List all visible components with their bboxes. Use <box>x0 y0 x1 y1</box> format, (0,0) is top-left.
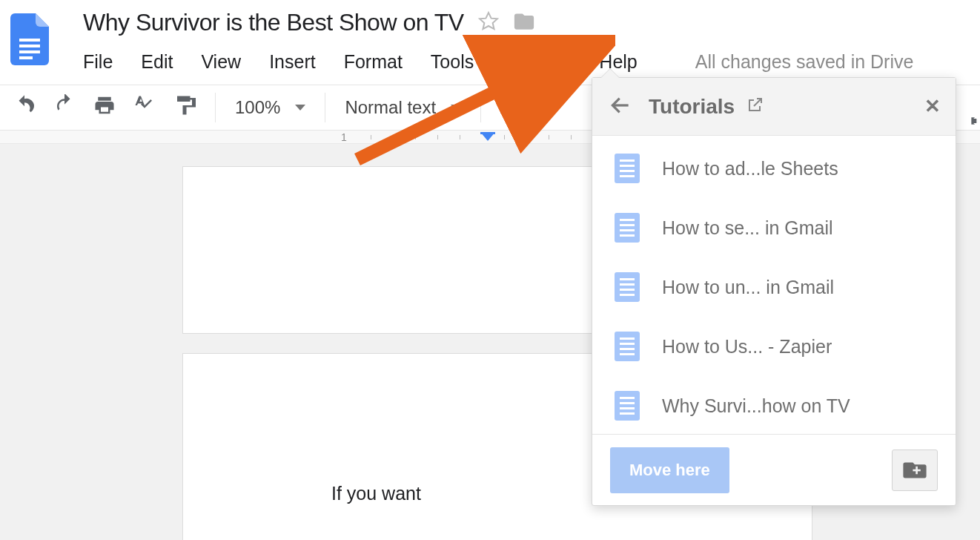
file-name: Why Survi...how on TV <box>662 395 850 417</box>
docs-app-icon[interactable] <box>10 13 49 65</box>
popover-folder-title: Tutorials <box>649 95 764 119</box>
popover-file-list: How to ad...le Sheets How to se... in Gm… <box>592 136 956 434</box>
titlebar: Why Survivor is the Best Show on TV File… <box>0 0 980 73</box>
spellcheck-icon[interactable] <box>133 94 156 121</box>
style-value: Normal text <box>345 97 436 118</box>
font-dropdown[interactable]: Arial <box>500 97 536 118</box>
menu-addons[interactable]: Add-ons <box>502 51 571 73</box>
doc-file-icon <box>615 332 640 361</box>
toolbar-separator <box>325 93 325 122</box>
save-status: All changes saved in Drive <box>695 51 914 73</box>
list-item[interactable]: How to un... in Gmail <box>592 257 956 317</box>
new-folder-button[interactable] <box>892 450 938 491</box>
redo-icon[interactable] <box>53 94 76 121</box>
menubar: File Edit View Insert Format Tools Add-o… <box>83 51 980 73</box>
move-to-popover: Tutorials ✕ How to ad...le Sheets How to… <box>592 77 956 506</box>
paint-format-icon[interactable] <box>173 94 196 121</box>
font-value: Arial <box>500 97 536 118</box>
menu-insert[interactable]: Insert <box>269 51 316 73</box>
popover-caret <box>601 69 619 78</box>
doc-file-icon <box>615 272 640 302</box>
chevron-down-icon <box>451 105 461 111</box>
file-name: How to ad...le Sheets <box>662 158 838 180</box>
document-title[interactable]: Why Survivor is the Best Show on TV <box>83 9 464 36</box>
toolbar-overflow-icon[interactable] <box>970 114 980 128</box>
zoom-value: 100% <box>235 97 280 118</box>
svg-rect-1 <box>19 45 40 47</box>
star-icon[interactable] <box>477 10 500 36</box>
file-name: How to Us... - Zapier <box>662 336 832 358</box>
folder-name-label: Tutorials <box>649 95 735 119</box>
title-row: Why Survivor is the Best Show on TV <box>83 9 980 36</box>
move-here-button[interactable]: Move here <box>610 447 729 493</box>
svg-rect-0 <box>19 39 40 42</box>
svg-rect-2 <box>19 50 40 53</box>
file-name: How to se... in Gmail <box>662 217 833 239</box>
doc-file-icon <box>615 213 640 243</box>
toolbar-history-group <box>13 94 196 121</box>
back-icon[interactable] <box>609 93 632 120</box>
open-in-new-icon[interactable] <box>746 95 764 119</box>
svg-rect-3 <box>19 56 33 59</box>
doc-file-icon <box>615 154 640 183</box>
document-body-text: If you want <box>331 483 421 504</box>
menu-view[interactable]: View <box>201 51 241 73</box>
list-item[interactable]: Why Survi...how on TV <box>592 376 956 435</box>
toolbar-separator <box>215 93 216 122</box>
close-icon[interactable]: ✕ <box>924 95 941 118</box>
popover-footer: Move here <box>592 434 956 505</box>
list-item[interactable]: How to ad...le Sheets <box>592 139 956 198</box>
paragraph-style-dropdown[interactable]: Normal text <box>345 97 461 118</box>
undo-icon[interactable] <box>13 94 36 121</box>
file-name: How to un... in Gmail <box>662 277 834 298</box>
chevron-down-icon <box>295 105 305 111</box>
svg-rect-4 <box>480 132 495 134</box>
menu-file[interactable]: File <box>83 51 113 73</box>
toolbar-separator <box>480 93 481 122</box>
menu-edit[interactable]: Edit <box>141 51 173 73</box>
zoom-dropdown[interactable]: 100% <box>235 97 305 118</box>
ruler-number: 1 <box>341 131 347 143</box>
svg-rect-7 <box>916 466 918 473</box>
menu-format[interactable]: Format <box>344 51 403 73</box>
popover-header: Tutorials ✕ <box>592 78 956 136</box>
folder-icon[interactable] <box>513 10 535 36</box>
print-icon[interactable] <box>93 94 116 121</box>
title-area: Why Survivor is the Best Show on TV File… <box>83 9 980 73</box>
menu-tools[interactable]: Tools <box>431 51 474 73</box>
indent-marker-icon[interactable] <box>480 132 495 142</box>
list-item[interactable]: How to Us... - Zapier <box>592 317 956 376</box>
list-item[interactable]: How to se... in Gmail <box>592 198 956 257</box>
doc-file-icon <box>615 391 640 421</box>
